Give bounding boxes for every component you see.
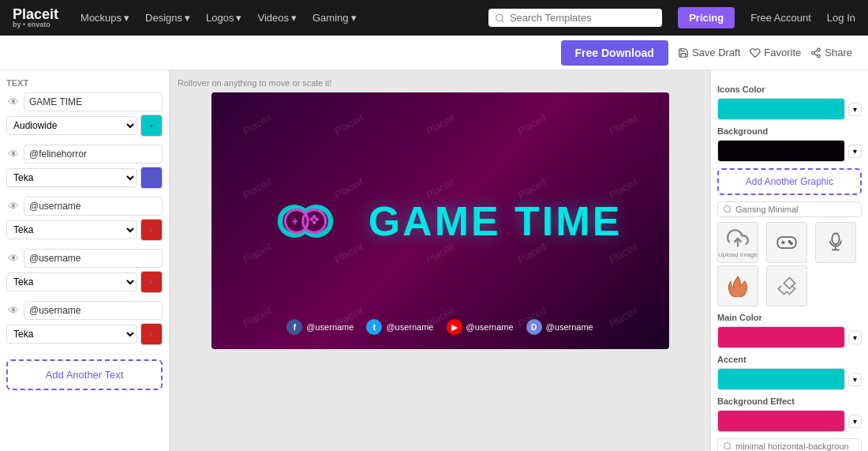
svg-point-20: [832, 233, 839, 244]
text-row-1: 👁: [6, 92, 163, 111]
search-bar: [488, 9, 662, 27]
pricing-button[interactable]: Pricing: [678, 7, 735, 28]
subheader: Free Download Save Draft Favorite Share: [0, 36, 868, 70]
text-field-4[interactable]: [24, 249, 163, 268]
font-row-1: Audiowide ▾: [6, 115, 163, 137]
chevron-icon-2: ▾: [150, 175, 153, 182]
chevron-icon-4: ▾: [150, 279, 153, 286]
background-color-chevron[interactable]: ▾: [848, 145, 862, 158]
main-color-label: Main Color: [717, 313, 862, 322]
save-draft-button[interactable]: Save Draft: [678, 47, 740, 58]
eye-icon-1[interactable]: 👁: [6, 96, 21, 108]
color-swatch-4[interactable]: ▾: [140, 271, 163, 293]
text-panel-label: Text: [6, 78, 163, 88]
main-color-chevron[interactable]: ▾: [848, 331, 862, 344]
canvas-social: f @username t @username ▶ @username D @u…: [286, 319, 593, 335]
canvas-content: + GAME TIME: [258, 190, 623, 253]
login-button[interactable]: Log In: [827, 12, 855, 24]
svg-point-2: [817, 48, 821, 51]
eye-icon-5[interactable]: 👁: [6, 304, 21, 317]
font-select-2[interactable]: Teka: [6, 168, 137, 187]
graphic-cell-4[interactable]: [766, 265, 807, 306]
canvas[interactable]: Placeit Placeit Placeit Placeit Placeit …: [211, 92, 669, 349]
search-input[interactable]: [510, 12, 656, 24]
text-row-5: 👁: [6, 301, 163, 320]
bg-effect-color-chevron[interactable]: ▾: [848, 415, 862, 428]
font-select-3[interactable]: Teka: [6, 220, 137, 239]
svg-line-1: [502, 20, 503, 21]
favorite-button[interactable]: Favorite: [750, 47, 801, 58]
background-color-bar[interactable]: [717, 140, 845, 162]
fire-icon: [727, 275, 749, 297]
nav-videos[interactable]: Videos ▾: [257, 12, 297, 24]
color-swatch-5[interactable]: ▾: [140, 323, 163, 345]
logo-sub: by • envato: [13, 21, 58, 28]
background-label: Background: [717, 126, 862, 136]
save-draft-label: Save Draft: [692, 47, 740, 58]
canvas-hint: Rollover on anything to move or scale it…: [178, 78, 332, 88]
upload-label: Upload Image: [718, 251, 758, 258]
text-row-2: 👁: [6, 145, 163, 163]
text-field-2[interactable]: [24, 145, 163, 163]
color-swatch-2[interactable]: ▾: [140, 167, 163, 189]
add-another-text-button[interactable]: Add Another Text: [6, 359, 163, 390]
icons-color-bar[interactable]: [717, 98, 845, 120]
font-select-1[interactable]: Audiowide: [6, 116, 137, 135]
save-icon: [678, 47, 689, 58]
graphic-cell-3[interactable]: [717, 265, 758, 306]
font-row-5: Teka ▾: [6, 323, 163, 345]
chevron-icon-3: ▾: [150, 227, 153, 234]
icons-color-chevron[interactable]: ▾: [848, 103, 862, 116]
color-swatch-3[interactable]: ▾: [140, 219, 163, 241]
svg-point-18: [788, 241, 790, 242]
svg-line-6: [814, 50, 817, 51]
text-row-4: 👁: [6, 249, 163, 268]
background-effect-label: Background Effect: [717, 397, 862, 406]
search-icon-effect: [723, 442, 732, 451]
upload-cell[interactable]: Upload Image: [717, 222, 758, 263]
top-navigation: Placeit by • envato Mockups ▾ Designs ▾ …: [0, 0, 868, 36]
main-layout: Text 👁 Audiowide ▾ 👁 Teka ▾: [0, 70, 868, 451]
svg-line-24: [729, 448, 731, 449]
microphone-icon: [825, 231, 847, 254]
font-select-4[interactable]: Teka: [6, 272, 137, 291]
nav-logos[interactable]: Logos ▾: [206, 12, 241, 24]
accent-color-bar[interactable]: [717, 368, 845, 390]
font-select-5[interactable]: Teka: [6, 325, 137, 344]
color-swatch-1[interactable]: ▾: [140, 115, 163, 137]
nav-gaming[interactable]: Gaming ▾: [312, 12, 357, 24]
graphic-grid: Upload Image: [717, 222, 862, 306]
youtube-username: @username: [466, 322, 514, 332]
eye-icon-3[interactable]: 👁: [6, 200, 21, 212]
free-download-button[interactable]: Free Download: [561, 40, 668, 66]
controller-icon: [776, 231, 798, 254]
facebook-icon: f: [286, 319, 302, 335]
svg-text:+: +: [291, 214, 297, 227]
font-row-2: Teka ▾: [6, 167, 163, 189]
nav-designs[interactable]: Designs ▾: [145, 12, 190, 24]
nav-mockups[interactable]: Mockups ▾: [80, 12, 129, 24]
bg-effect-color-row: ▾: [717, 410, 862, 432]
free-account-button[interactable]: Free Account: [750, 12, 811, 24]
share-button[interactable]: Share: [810, 47, 852, 58]
eye-icon-4[interactable]: 👁: [6, 252, 21, 265]
accent-color-chevron[interactable]: ▾: [848, 373, 862, 386]
bg-effect-color-bar[interactable]: [717, 410, 845, 432]
icons-color-label: Icons Color: [717, 85, 862, 94]
accent-label: Accent: [717, 355, 862, 364]
graphic-search-input[interactable]: [735, 205, 856, 214]
svg-point-3: [812, 51, 815, 54]
font-row-4: Teka ▾: [6, 271, 163, 293]
add-another-graphic-button[interactable]: Add Another Graphic: [717, 168, 862, 195]
icons-color-row: ▾: [717, 98, 862, 120]
text-field-3[interactable]: [24, 197, 163, 216]
text-field-1[interactable]: [24, 92, 163, 111]
text-field-5[interactable]: [24, 301, 163, 320]
main-color-bar[interactable]: [717, 326, 845, 348]
svg-point-0: [496, 14, 503, 21]
graphic-cell-1[interactable]: [766, 222, 807, 263]
graphic-cell-2[interactable]: [815, 222, 856, 263]
eye-icon-2[interactable]: 👁: [6, 148, 21, 160]
effect-search-input[interactable]: [735, 442, 856, 451]
gaming-logo-icon: +: [258, 190, 353, 253]
